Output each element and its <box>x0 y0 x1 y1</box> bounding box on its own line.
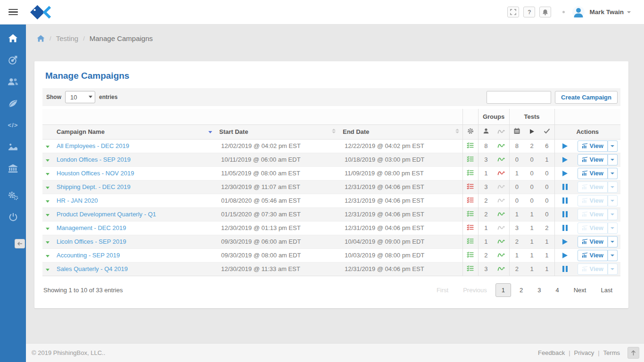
column-scenarios[interactable] <box>462 124 478 139</box>
campaign-link[interactable]: HR - JAN 2020 <box>57 197 98 204</box>
scenario-list-icon[interactable] <box>467 251 474 258</box>
play-campaign-button[interactable] <box>562 171 569 176</box>
scenario-list-icon[interactable] <box>467 210 474 217</box>
expand-row-caret-icon[interactable] <box>46 200 50 203</box>
sidebar-item-target-arrow[interactable] <box>0 49 26 71</box>
campaign-link[interactable]: Product Development Quarterly - Q1 <box>57 211 156 218</box>
page-last[interactable]: Last <box>594 283 619 297</box>
view-campaign-button[interactable]: View <box>578 195 608 206</box>
expand-row-caret-icon[interactable] <box>46 255 50 257</box>
play-campaign-button[interactable] <box>562 157 569 163</box>
create-campaign-button[interactable]: Create Campaign <box>555 91 618 104</box>
scenario-list-icon[interactable] <box>467 197 474 203</box>
sidebar-item-code[interactable]: </> <box>0 114 26 136</box>
breadcrumb-home[interactable] <box>37 35 45 42</box>
expand-row-caret-icon[interactable] <box>46 241 50 244</box>
campaign-link[interactable]: London Offices - SEP 2019 <box>57 156 131 163</box>
scenario-list-icon[interactable] <box>467 224 474 230</box>
scenario-list-icon[interactable] <box>467 156 474 162</box>
column-tests-running[interactable] <box>524 124 539 139</box>
scenario-list-icon[interactable] <box>467 265 474 272</box>
pause-campaign-button[interactable] <box>562 211 569 217</box>
scenario-list-icon[interactable] <box>467 142 474 148</box>
view-campaign-button[interactable]: View <box>578 209 608 220</box>
column-start-date[interactable]: Start Date <box>215 124 339 139</box>
footer-link-privacy[interactable]: Privacy <box>574 349 594 356</box>
expand-row-caret-icon[interactable] <box>46 187 50 189</box>
campaign-link[interactable]: Sales Quarterly - Q4 2019 <box>57 265 128 272</box>
pause-campaign-button[interactable] <box>562 184 569 190</box>
group-activity-icon[interactable] <box>497 224 505 230</box>
scenario-list-icon[interactable] <box>467 183 474 189</box>
group-activity-icon[interactable] <box>497 183 505 189</box>
sidebar-item-power[interactable] <box>0 206 26 228</box>
view-dropdown-toggle[interactable] <box>608 222 618 234</box>
pause-campaign-button[interactable] <box>562 197 569 204</box>
page-2[interactable]: 2 <box>513 283 529 297</box>
pause-campaign-button[interactable] <box>562 266 569 272</box>
campaign-link[interactable]: Accounting - SEP 2019 <box>57 252 120 259</box>
group-activity-icon[interactable] <box>497 197 505 203</box>
page-3[interactable]: 3 <box>531 283 547 297</box>
expand-row-caret-icon[interactable] <box>46 173 50 175</box>
view-dropdown-toggle[interactable] <box>608 250 618 261</box>
expand-row-caret-icon[interactable] <box>46 214 50 216</box>
group-activity-icon[interactable] <box>497 142 505 148</box>
group-activity-icon[interactable] <box>497 265 505 272</box>
page-length-select[interactable]: 10 <box>65 91 95 103</box>
notifications-button[interactable] <box>539 7 551 17</box>
expand-row-caret-icon[interactable] <box>46 146 50 148</box>
view-campaign-button[interactable]: View <box>578 250 608 261</box>
expand-row-caret-icon[interactable] <box>46 228 50 230</box>
group-activity-icon[interactable] <box>497 238 505 244</box>
view-campaign-button[interactable]: View <box>578 168 608 179</box>
column-tests-scheduled[interactable] <box>509 124 524 139</box>
page-next[interactable]: Next <box>568 283 593 297</box>
breadcrumb-testing[interactable]: Testing <box>56 34 79 42</box>
sidebar-item-bank[interactable] <box>0 157 26 179</box>
fullscreen-button[interactable] <box>507 7 519 17</box>
page-4[interactable]: 4 <box>549 283 565 297</box>
group-activity-icon[interactable] <box>497 156 505 162</box>
view-campaign-button[interactable]: View <box>578 181 608 193</box>
column-campaign-name[interactable]: Campaign Name <box>53 124 215 139</box>
user-menu[interactable]: Mark Twain <box>572 6 631 18</box>
view-campaign-button[interactable]: View <box>578 154 608 165</box>
expand-row-caret-icon[interactable] <box>46 159 50 162</box>
campaign-link[interactable]: Houston Offices - NOV 2019 <box>57 170 134 177</box>
page-previous[interactable]: Previous <box>457 283 493 297</box>
expand-row-caret-icon[interactable] <box>46 269 50 271</box>
campaign-link[interactable]: Management - DEC 2019 <box>57 224 126 231</box>
view-dropdown-toggle[interactable] <box>608 195 618 206</box>
group-activity-icon[interactable] <box>497 211 505 217</box>
phishingbox-logo[interactable] <box>30 4 51 21</box>
help-button[interactable]: ? <box>523 7 535 17</box>
play-campaign-button[interactable] <box>562 253 569 258</box>
sidebar-item-home[interactable] <box>0 27 26 49</box>
footer-link-terms[interactable]: Terms <box>603 349 620 356</box>
play-campaign-button[interactable] <box>562 143 569 149</box>
view-dropdown-toggle[interactable] <box>608 154 618 165</box>
view-dropdown-toggle[interactable] <box>608 140 618 152</box>
view-dropdown-toggle[interactable] <box>608 209 618 220</box>
menu-toggle-button[interactable] <box>8 9 18 16</box>
group-activity-icon[interactable] <box>497 252 505 258</box>
sidebar-item-area-chart[interactable] <box>0 136 26 157</box>
campaign-link[interactable]: All Employees - DEC 2019 <box>57 142 129 149</box>
view-campaign-button[interactable]: View <box>578 236 608 247</box>
sidebar-item-gears[interactable] <box>0 185 26 206</box>
view-campaign-button[interactable]: View <box>578 140 608 152</box>
column-tests-complete[interactable] <box>539 124 554 139</box>
campaign-link[interactable]: Licoln Offices - SEP 2019 <box>57 238 126 245</box>
scenario-list-icon[interactable] <box>467 238 474 244</box>
view-dropdown-toggle[interactable] <box>608 181 618 193</box>
sidebar-collapse-button[interactable] <box>15 239 25 248</box>
column-group-members[interactable] <box>478 124 494 139</box>
view-dropdown-toggle[interactable] <box>608 236 618 247</box>
sidebar-item-leaf[interactable] <box>0 92 26 114</box>
page-1[interactable]: 1 <box>495 283 511 297</box>
sidebar-item-users[interactable] <box>0 71 26 92</box>
view-campaign-button[interactable]: View <box>578 222 608 234</box>
view-campaign-button[interactable]: View <box>578 263 608 275</box>
page-first[interactable]: First <box>430 283 454 297</box>
